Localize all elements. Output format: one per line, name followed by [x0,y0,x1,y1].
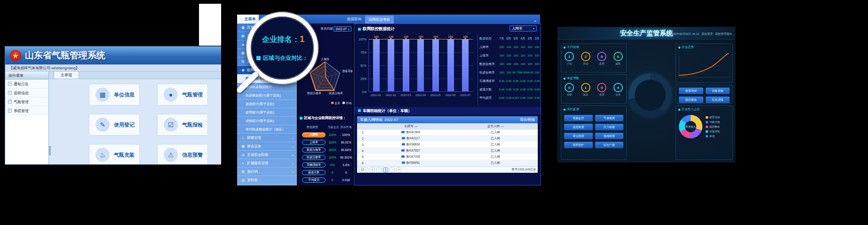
monitor-button[interactable]: 应急演练 [706,96,730,103]
table-row[interactable]: 3鲁K96804已入网 [357,142,538,148]
page-size-dropdown[interactable]: 10 [359,168,368,172]
bullet-icon [564,47,565,48]
x-axis-labels: 2022-01 2022-02 2022-03 2022-04 2022-05 … [368,94,473,96]
query-date-dropdown[interactable]: 2022-07 [334,26,351,32]
monitor-button[interactable]: 液位检测 [564,133,593,139]
sort-plate-column[interactable]: 车牌号 [368,124,453,129]
monitor-button[interactable]: 设备设施 [706,88,730,94]
bar-2022-04: 100 [417,39,424,91]
sidebar-item-extend-service[interactable]: 扩展服务管理 [237,159,297,168]
metric-dropdown[interactable]: 入网率 [510,25,537,32]
next-page-button[interactable] [390,168,395,172]
sidebar-splitter-handle[interactable] [49,146,51,155]
sidebar-item-pass-code[interactable]: 通行码 [237,168,297,176]
card-unit-info[interactable]: 单位信息 [89,84,140,105]
stats-heading: 联网联控数据统计 [358,26,395,32]
metric-button[interactable]: 平均疲劳 [302,177,326,183]
sidebar-item-system[interactable]: 系统管理 [5,106,48,115]
metric-button[interactable]: 超速次数 [302,170,326,175]
sidebar-item-library[interactable]: 资料库 [237,176,297,185]
chevron-down-icon [291,145,294,148]
record-summary: 显示1到6,共6记录 [511,168,536,172]
export-detail-link[interactable]: 导出明细 [520,117,535,122]
table-row: 超速次数0.000.000.000.000.000.00 [479,85,541,94]
safety-supervision-window: 安全生产监管系统 2022年06月02日 16:12 后台管理 系统管理退出 今… [557,27,735,162]
table-row[interactable]: 1鲁KA1909已入网 [357,129,538,136]
sidebar-item-waybill[interactable]: 整合运单 [237,142,297,151]
violation-icon [241,26,245,30]
table-row[interactable]: 6鲁K56951已入网 [357,160,538,166]
card-info-alert[interactable]: 信息预警 [157,144,208,164]
monitor-button[interactable]: 温度检测 [564,124,593,130]
monthly-metrics-table: 数据类型 7月 6月 5月 4月 3月 2月 入网率10010010010010… [478,34,541,105]
card-cylinder-filling[interactable]: 气瓶充装 [89,144,140,164]
metric-button[interactable]: 车辆漂移率 [302,162,326,168]
monitor-button[interactable]: 周界防护 [564,142,593,148]
monitor-button[interactable]: 烟感检测 [595,133,624,139]
card-usage-register[interactable]: 使用登记 [89,114,140,136]
stats-icon [241,51,245,55]
y-tick: 50% [356,64,366,67]
monitor-button[interactable]: 隐患整改 [679,96,703,103]
alarm-icon [241,136,245,140]
card-cylinder-mgmt[interactable]: 气瓶管理 [157,84,208,105]
monitor-button[interactable]: 压力检测 [595,124,624,130]
tab-main-menu[interactable]: 主菜单 [237,15,259,24]
sidebar-item-basicinfo[interactable]: 基础信息 [5,88,48,97]
sidebar-item-daily-track-test[interactable]: 每日轨迹数据统计（测试） [237,125,297,134]
table-row[interactable]: 5鲁KA7005已入网 [357,154,538,160]
card-cylinder-inspect[interactable]: 气瓶报检 [157,114,208,136]
sort-status-column[interactable]: 是否入网 [453,124,538,129]
table-row[interactable]: 2鲁KA1117已入网 [357,136,538,142]
y-tick: 25% [356,77,366,80]
network-stats-panel: 联网联控数据统计 入网率 100% 75% 50% 25% 0% 100 100… [354,24,541,185]
caret-down-icon [365,168,366,171]
metric-button[interactable]: 上线率 [302,140,326,145]
monitor-button[interactable]: 教育培训 [679,88,703,94]
sidebar-item-active-safety[interactable]: 主动安全防御 [237,151,297,159]
stat-ring: 0 [565,83,574,92]
today-inspection-panel: 今日巡检 1计划 2完成 0超期 0漏检 [561,43,627,72]
last-page-button[interactable] [396,168,401,172]
bar-2022-06: 100 [447,39,454,91]
detail-row: 轨迹完整率100%99.391% [298,153,353,161]
chevron-down-icon [291,161,294,165]
quick-actions-panel: 教育培训 设备设施 隐患整改 应急演练 [676,85,733,104]
metric-button[interactable]: 轨迹完整率 [302,155,326,160]
expand-plus-icon [8,100,12,104]
sidebar-item-overspeed-stats[interactable]: 超速统计(基于运政) [237,100,297,108]
sidebar-item-notices[interactable]: 通知公告 [5,80,48,88]
admin-link[interactable]: 后台管理 [701,32,713,36]
monitor-button[interactable]: 视频监控 [564,115,593,121]
detail-row: 上线率100%99.91% [298,138,353,146]
first-page-button[interactable] [370,168,375,172]
monitor-button[interactable]: 气体检测 [595,115,624,121]
sidebar-item-drift-stats[interactable]: 漂移统计(基于运政) [237,117,297,125]
investment-donut-panel: 安全投入占比 安全投入 教育培训 设备设施 隐患整改 应急演练 其他 [676,105,733,160]
table-row: 车辆漂移率0.000.000.000.000.000.00 [479,77,541,85]
prev-page-button[interactable] [376,168,382,172]
sidebar-item-alarm-mgmt[interactable]: 报警管理 [237,134,297,142]
plot-area: 100 100 100 100 100 100 100 [368,39,473,92]
tab-network-assessment[interactable]: 联网联控考核 [365,16,394,24]
right-window-header: 安全生产监管系统 2022年06月02日 16:12 后台管理 系统管理退出 [558,27,735,40]
sidebar-item-track-stats[interactable]: 轨迹数据统计(基于运政) [237,91,297,100]
current-page[interactable]: 1 [383,168,388,172]
center-gauge-ring [629,73,672,117]
monitor-button[interactable]: 应急广播 [595,142,624,148]
bullet-icon [678,109,680,111]
metric-button[interactable]: 数据合格率 [302,147,326,153]
sidebar-item-cylinder[interactable]: 气瓶管理 [5,97,48,106]
baseinfo-icon [241,34,245,38]
table-row[interactable]: 4鲁KA7637已入网 [357,148,538,154]
datetime: 2022年06月02日 16:12 [670,32,699,36]
logout-link[interactable]: 系统管理退出 [715,32,732,36]
stat-ring: 0 [597,52,606,61]
sidebar-item-fatigue-stats[interactable]: 疲劳统计(基于运政) [237,108,297,117]
tab-data-query[interactable]: 数据查询 [343,15,365,24]
extend-icon [241,161,245,165]
metric-button-online-rate[interactable]: 入网率 [302,132,326,137]
tab-main-screen[interactable]: 主界面 [54,71,79,79]
chevron-down-icon[interactable] [530,15,540,24]
bar-2022-03: 100 [403,39,409,91]
